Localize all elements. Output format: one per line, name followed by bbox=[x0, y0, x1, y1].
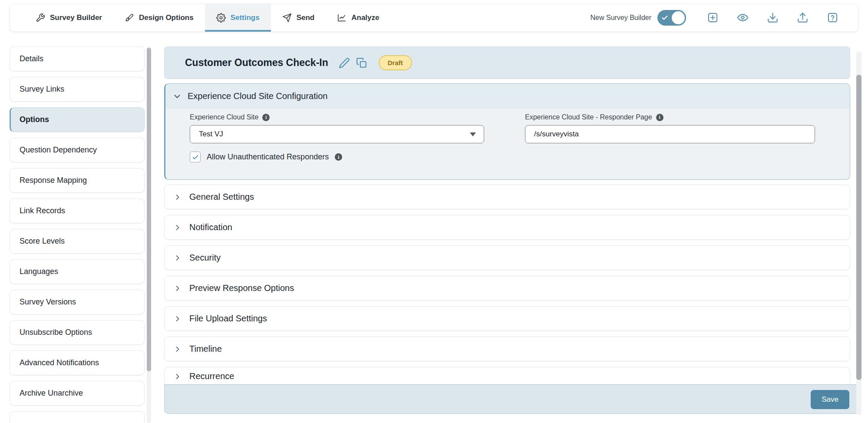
add-record-icon[interactable] bbox=[706, 11, 719, 24]
save-button[interactable]: Save bbox=[811, 390, 849, 409]
chevron-right-icon bbox=[173, 223, 182, 232]
sidebar-item-label: Advanced Notifications bbox=[20, 358, 99, 367]
input-value: /s/surveyvista bbox=[534, 130, 579, 139]
tab-label: Settings bbox=[231, 13, 260, 22]
page-title: Customer Outcomes Check-In bbox=[185, 57, 328, 69]
section-title: Security bbox=[189, 253, 221, 263]
section-title: Notification bbox=[189, 222, 232, 232]
sidebar-item-unsubscribe-options[interactable]: Unsubscribe Options bbox=[10, 320, 145, 345]
tab-design-options[interactable]: Design Options bbox=[113, 4, 205, 31]
sidebar-item-details[interactable]: Details bbox=[10, 46, 145, 71]
allow-unauthenticated-checkbox[interactable] bbox=[190, 152, 201, 162]
section-title: Timeline bbox=[189, 344, 222, 354]
tab-label: Design Options bbox=[139, 13, 194, 22]
section-preview-response-options[interactable]: Preview Response Options bbox=[164, 276, 850, 301]
sidebar-scrollbar-thumb[interactable] bbox=[147, 48, 151, 371]
section-title: File Upload Settings bbox=[189, 314, 267, 324]
chevron-right-icon bbox=[173, 193, 182, 202]
sidebar-item-label: Archive Unarchive bbox=[20, 389, 83, 398]
sidebar-item-label: Score Levels bbox=[20, 237, 65, 246]
tab-analyze[interactable]: Analyze bbox=[326, 4, 390, 31]
help-icon[interactable] bbox=[826, 11, 839, 24]
section-notification[interactable]: Notification bbox=[164, 215, 850, 240]
sidebar-item-response-mapping[interactable]: Response Mapping bbox=[10, 168, 145, 193]
sidebar-item-label: Options bbox=[20, 115, 49, 124]
sidebar-item-partial[interactable] bbox=[10, 411, 145, 423]
check-icon bbox=[192, 154, 199, 161]
sidebar-item-survey-versions[interactable]: Survey Versions bbox=[10, 290, 145, 314]
sidebar-item-score-levels[interactable]: Score Levels bbox=[10, 229, 145, 254]
sidebar-item-link-records[interactable]: Link Records bbox=[10, 198, 145, 223]
dropdown-caret-icon bbox=[470, 132, 476, 136]
sidebar-item-languages[interactable]: Languages bbox=[10, 259, 145, 284]
paintbrush-icon bbox=[125, 13, 134, 23]
tab-send[interactable]: Send bbox=[271, 4, 326, 31]
settings-footer-bar: Save bbox=[164, 384, 861, 414]
responder-page-input[interactable]: /s/surveyvista bbox=[525, 125, 815, 143]
status-badge: Draft bbox=[379, 55, 412, 70]
analyze-chart-icon bbox=[337, 13, 347, 23]
new-survey-builder-label: New Survey Builder bbox=[591, 14, 652, 22]
section-security[interactable]: Security bbox=[164, 245, 850, 270]
section-timeline[interactable]: Timeline bbox=[164, 337, 850, 361]
sidebar-item-question-dependency[interactable]: Question Dependency bbox=[10, 138, 145, 162]
config-section-header[interactable]: Experience Cloud Site Configuration bbox=[165, 84, 850, 109]
info-icon[interactable] bbox=[335, 153, 342, 161]
sidebar-item-survey-links[interactable]: Survey Links bbox=[10, 77, 145, 102]
experience-cloud-site-field: Experience Cloud Site Test VJ bbox=[190, 113, 484, 143]
responder-page-field: Experience Cloud Site - Responder Page /… bbox=[525, 113, 815, 143]
chevron-right-icon bbox=[173, 284, 182, 293]
sidebar-item-archive-unarchive[interactable]: Archive Unarchive bbox=[10, 381, 145, 406]
copy-icon[interactable] bbox=[356, 57, 367, 69]
config-section-title: Experience Cloud Site Configuration bbox=[188, 91, 327, 101]
sidebar-item-label: Question Dependency bbox=[20, 145, 97, 155]
sidebar-item-label: Survey Links bbox=[20, 85, 64, 94]
section-general-settings[interactable]: General Settings bbox=[164, 185, 850, 209]
top-navigation-bar: Survey Builder Design Options Settings S… bbox=[10, 3, 858, 32]
chevron-down-icon bbox=[172, 92, 182, 101]
settings-sidebar: Details Survey Links Options Question De… bbox=[10, 46, 145, 423]
chevron-right-icon bbox=[173, 372, 182, 381]
sidebar-item-label: Languages bbox=[20, 267, 58, 276]
toggle-knob bbox=[672, 11, 685, 24]
section-title: Preview Response Options bbox=[189, 283, 294, 293]
edit-pencil-icon[interactable] bbox=[339, 57, 350, 69]
checkbox-label: Allow Unauthenticated Responders bbox=[207, 152, 329, 162]
section-recurrence[interactable]: Recurrence bbox=[164, 367, 850, 385]
sidebar-item-label: Unsubscribe Options bbox=[20, 328, 92, 337]
section-title: Recurrence bbox=[189, 371, 234, 381]
tab-settings[interactable]: Settings bbox=[205, 4, 271, 31]
field-label-row: Experience Cloud Site bbox=[190, 113, 484, 121]
tab-label: Send bbox=[297, 13, 315, 22]
sidebar-item-label: Response Mapping bbox=[20, 176, 87, 185]
info-icon[interactable] bbox=[656, 114, 663, 121]
main-scrollbar-thumb[interactable] bbox=[856, 75, 861, 380]
sidebar-item-label: Survey Versions bbox=[20, 297, 76, 307]
tab-survey-builder[interactable]: Survey Builder bbox=[24, 4, 113, 31]
nav-tabs: Survey Builder Design Options Settings S… bbox=[24, 4, 391, 31]
send-icon bbox=[282, 13, 292, 23]
section-file-upload-settings[interactable]: File Upload Settings bbox=[164, 306, 850, 331]
sidebar-item-label: Details bbox=[20, 54, 43, 63]
gear-icon bbox=[216, 13, 226, 23]
check-icon bbox=[661, 14, 668, 21]
sidebar-item-options[interactable]: Options bbox=[10, 107, 145, 132]
wrench-icon bbox=[36, 13, 45, 23]
info-icon[interactable] bbox=[262, 114, 270, 121]
allow-unauthenticated-row: Allow Unauthenticated Responders bbox=[190, 152, 342, 162]
experience-cloud-site-select[interactable]: Test VJ bbox=[190, 125, 484, 143]
sidebar-item-advanced-notifications[interactable]: Advanced Notifications bbox=[10, 350, 145, 375]
config-section-body: Experience Cloud Site Test VJ Experience… bbox=[165, 109, 850, 180]
tab-label: Analyze bbox=[351, 13, 379, 22]
chevron-right-icon bbox=[173, 254, 182, 262]
download-icon[interactable] bbox=[766, 11, 779, 24]
survey-title-card: Customer Outcomes Check-In Draft bbox=[164, 46, 850, 79]
select-value: Test VJ bbox=[199, 130, 223, 139]
new-survey-builder-toggle[interactable] bbox=[657, 10, 686, 26]
chevron-right-icon bbox=[173, 314, 182, 323]
topbar-actions: New Survey Builder bbox=[591, 10, 858, 26]
title-action-icons bbox=[339, 57, 367, 69]
sidebar-item-label: Link Records bbox=[20, 206, 65, 215]
preview-eye-icon[interactable] bbox=[736, 11, 749, 24]
export-icon[interactable] bbox=[796, 11, 809, 24]
